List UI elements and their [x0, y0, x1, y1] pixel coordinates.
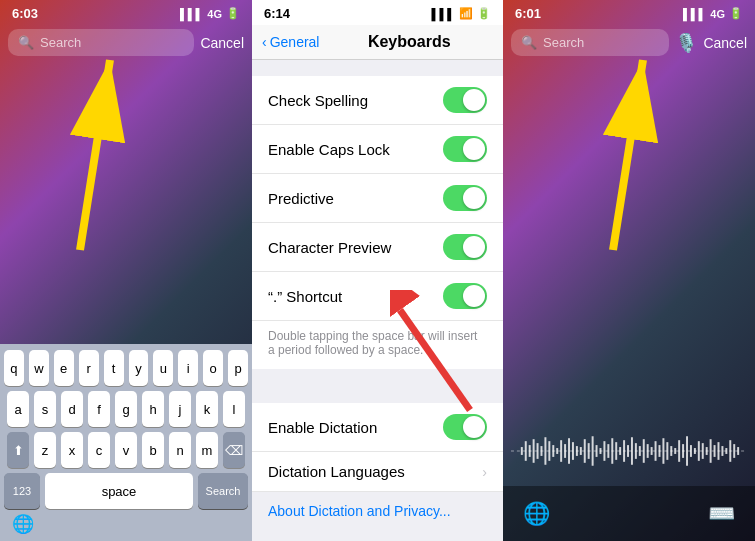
setting-shortcut: “.” Shortcut [252, 272, 503, 321]
key-z[interactable]: z [34, 432, 56, 468]
check-spelling-label: Check Spelling [268, 92, 443, 109]
svg-rect-34 [627, 445, 629, 457]
svg-rect-56 [714, 445, 716, 457]
left-signal-bars: ▌▌▌ [180, 8, 203, 20]
svg-rect-14 [548, 441, 550, 461]
svg-rect-48 [682, 444, 684, 458]
key-w[interactable]: w [29, 350, 49, 386]
middle-battery: 🔋 [477, 7, 491, 20]
svg-rect-55 [710, 439, 712, 463]
left-search-placeholder: Search [40, 35, 81, 50]
svg-rect-26 [596, 445, 598, 457]
svg-rect-7 [521, 447, 523, 455]
svg-rect-30 [611, 438, 613, 464]
shortcut-label: “.” Shortcut [268, 288, 443, 305]
key-row-1: q w e r t y u i o p [4, 350, 248, 386]
predictive-toggle[interactable] [443, 185, 487, 211]
key-r[interactable]: r [79, 350, 99, 386]
shortcut-toggle[interactable] [443, 283, 487, 309]
key-shift[interactable]: ⬆ [7, 432, 29, 468]
right-cancel-button[interactable]: Cancel [703, 35, 747, 51]
middle-wifi: 📶 [459, 7, 473, 20]
settings-list-2: Enable Dictation Dictation Languages › [252, 403, 503, 492]
svg-rect-58 [721, 446, 723, 456]
svg-rect-45 [670, 446, 672, 456]
yellow-arrow-right [563, 40, 683, 260]
key-m[interactable]: m [196, 432, 218, 468]
svg-rect-54 [706, 447, 708, 455]
svg-rect-11 [537, 443, 539, 459]
svg-rect-20 [572, 442, 574, 460]
key-123[interactable]: 123 [4, 473, 40, 509]
setting-enable-dictation: Enable Dictation [252, 403, 503, 452]
chevron-right-icon: › [482, 464, 487, 480]
key-y[interactable]: y [129, 350, 149, 386]
key-g[interactable]: g [115, 391, 137, 427]
search-icon: 🔍 [18, 35, 34, 50]
waveform-svg [511, 431, 747, 471]
svg-rect-41 [655, 441, 657, 461]
shortcut-note: Double tapping the space bar will insert… [252, 321, 503, 369]
key-c[interactable]: c [88, 432, 110, 468]
key-l[interactable]: l [223, 391, 245, 427]
key-n[interactable]: n [169, 432, 191, 468]
key-space[interactable]: space [45, 473, 193, 509]
key-q[interactable]: q [4, 350, 24, 386]
svg-rect-19 [568, 438, 570, 464]
svg-rect-32 [619, 447, 621, 455]
key-i[interactable]: i [178, 350, 198, 386]
setting-dictation-languages[interactable]: Dictation Languages › [252, 452, 503, 492]
about-dictation-container: About Dictation and Privacy... [252, 492, 503, 530]
svg-rect-15 [552, 445, 554, 457]
svg-rect-43 [662, 438, 664, 464]
svg-rect-47 [678, 440, 680, 462]
svg-rect-23 [584, 439, 586, 463]
left-search-input[interactable]: 🔍 Search [8, 29, 194, 56]
key-s[interactable]: s [34, 391, 56, 427]
svg-rect-60 [729, 440, 731, 462]
about-dictation-link[interactable]: About Dictation and Privacy... [268, 503, 451, 519]
key-a[interactable]: a [7, 391, 29, 427]
key-search[interactable]: Search [198, 473, 248, 509]
key-delete[interactable]: ⌫ [223, 432, 245, 468]
left-panel: 6:03 ▌▌▌ 4G 🔋 🔍 Search Cancel q w e r t [0, 0, 252, 541]
svg-rect-27 [600, 448, 602, 454]
nav-title: Keyboards [325, 33, 493, 51]
key-row-3: ⬆ z x c v b n m ⌫ [4, 432, 248, 468]
globe-icon[interactable]: 🌐 [12, 513, 34, 535]
right-search-bar[interactable]: 🔍 Search 🎙️ Cancel [511, 29, 747, 56]
key-t[interactable]: t [104, 350, 124, 386]
key-j[interactable]: j [169, 391, 191, 427]
setting-character-preview: Character Preview [252, 223, 503, 272]
key-o[interactable]: o [203, 350, 223, 386]
key-p[interactable]: p [228, 350, 248, 386]
setting-check-spelling: Check Spelling [252, 76, 503, 125]
key-h[interactable]: h [142, 391, 164, 427]
caps-lock-toggle[interactable] [443, 136, 487, 162]
key-v[interactable]: v [115, 432, 137, 468]
svg-rect-25 [592, 436, 594, 466]
keyboard-icon-right[interactable]: ⌨️ [708, 501, 735, 527]
globe-icon-right[interactable]: 🌐 [523, 501, 550, 527]
right-network: 4G [710, 8, 725, 20]
right-mic-icon[interactable]: 🎙️ [675, 32, 697, 54]
key-x[interactable]: x [61, 432, 83, 468]
key-b[interactable]: b [142, 432, 164, 468]
right-time: 6:01 [515, 6, 541, 21]
nav-back-button[interactable]: ‹ General [262, 34, 319, 50]
left-cancel-button[interactable]: Cancel [200, 35, 244, 51]
svg-rect-24 [588, 443, 590, 459]
svg-rect-53 [702, 443, 704, 459]
key-d[interactable]: d [61, 391, 83, 427]
key-e[interactable]: e [54, 350, 74, 386]
key-k[interactable]: k [196, 391, 218, 427]
right-search-input[interactable]: 🔍 Search [511, 29, 669, 56]
character-preview-toggle[interactable] [443, 234, 487, 260]
key-f[interactable]: f [88, 391, 110, 427]
svg-rect-42 [659, 445, 661, 457]
key-u[interactable]: u [153, 350, 173, 386]
right-status-icons: ▌▌▌ 4G 🔋 [683, 7, 743, 20]
enable-dictation-toggle[interactable] [443, 414, 487, 440]
left-search-bar[interactable]: 🔍 Search Cancel [8, 29, 244, 56]
check-spelling-toggle[interactable] [443, 87, 487, 113]
